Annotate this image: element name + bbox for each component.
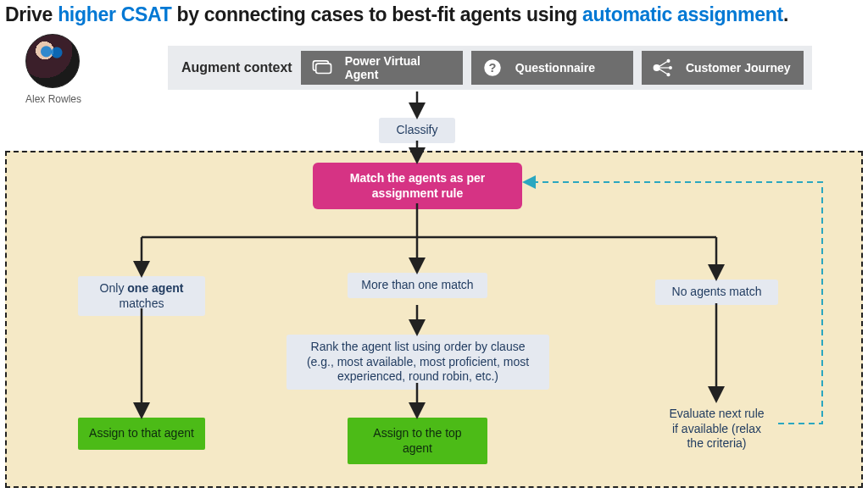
question-icon: ?: [481, 57, 504, 79]
node-assign-top: Assign to the top agent: [348, 418, 487, 464]
augment-context-bar: Augment context Power Virtual Agent ? Qu…: [168, 46, 812, 90]
node-more-than-one: More than one match: [348, 273, 487, 298]
title-text: .: [783, 3, 788, 25]
node-evaluate-next: Evaluate next rule if available (relax t…: [655, 402, 778, 457]
augment-button-label: Customer Journey: [686, 61, 791, 75]
node-match-rule: Match the agents as per assignment rule: [313, 163, 522, 209]
journey-icon: [652, 57, 674, 79]
augment-button-journey[interactable]: Customer Journey: [642, 51, 804, 85]
svg-point-5: [666, 59, 670, 63]
avatar: [25, 34, 80, 88]
augment-button-label: Power Virtual Agent: [345, 54, 453, 81]
svg-point-7: [666, 73, 670, 76]
augment-label: Augment context: [181, 60, 292, 75]
svg-line-8: [659, 62, 667, 67]
svg-point-4: [654, 64, 660, 71]
title-text: Drive: [5, 3, 58, 25]
augment-button-label: Questionnaire: [515, 61, 595, 75]
node-classify: Classify: [379, 118, 455, 143]
title-highlight: automatic assignment: [582, 3, 783, 25]
svg-point-6: [669, 66, 672, 69]
title-highlight: higher CSAT: [58, 3, 171, 25]
persona-block: Alex Rowles: [25, 34, 81, 105]
augment-button-questionnaire[interactable]: ? Questionnaire: [471, 51, 633, 85]
node-assign-that: Assign to that agent: [78, 418, 205, 450]
svg-rect-1: [315, 64, 331, 73]
pva-icon: [311, 57, 333, 79]
avatar-label: Alex Rowles: [25, 93, 81, 105]
node-no-match: No agents match: [655, 280, 778, 305]
augment-button-pva[interactable]: Power Virtual Agent: [301, 51, 463, 85]
svg-line-10: [659, 69, 667, 75]
page-title: Drive higher CSAT by connecting cases to…: [5, 3, 863, 26]
title-text: by connecting cases to best-fit agents u…: [171, 3, 582, 25]
node-rank: Rank the agent list using order by claus…: [287, 335, 549, 390]
node-only-one: Only one agent matches: [78, 276, 205, 316]
svg-text:?: ?: [488, 61, 496, 75]
